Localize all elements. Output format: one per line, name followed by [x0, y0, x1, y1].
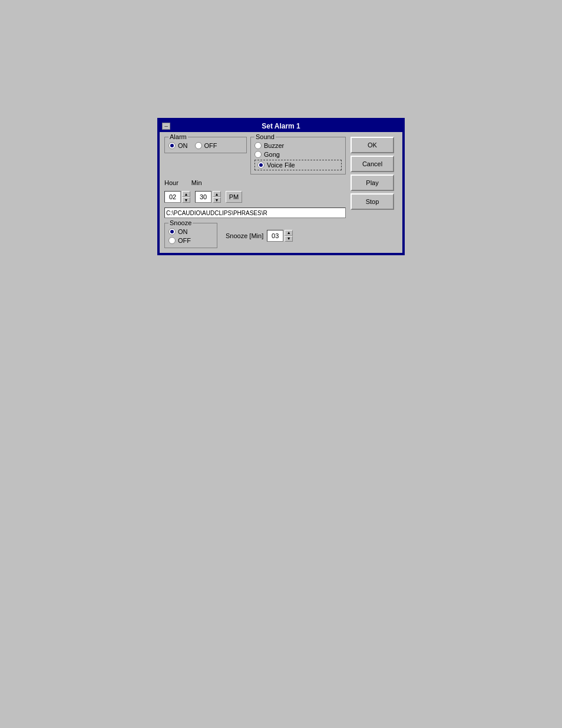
- voice-file-radio-inner: [259, 163, 263, 167]
- snooze-min-spinner: ▲ ▼: [267, 230, 293, 242]
- snooze-min-row: Snooze [Min] ▲ ▼: [226, 230, 293, 242]
- dialog-window: ─ Set Alarm 1 Alarm ON: [157, 118, 405, 255]
- dialog-body: Alarm ON OFF: [160, 132, 402, 253]
- snooze-min-down-button[interactable]: ▼: [285, 236, 293, 242]
- right-panel: OK Cancel Play Stop: [351, 137, 398, 248]
- dialog-title: Set Alarm 1: [170, 122, 392, 130]
- play-button[interactable]: Play: [351, 174, 394, 191]
- alarm-on-radio-inner: [170, 144, 174, 147]
- snooze-options: ON OFF: [168, 228, 213, 244]
- hour-down-button[interactable]: ▼: [182, 197, 190, 203]
- alarm-off-radio[interactable]: OFF: [195, 142, 217, 149]
- top-section: Alarm ON OFF: [164, 137, 346, 174]
- alarm-on-radio-outer: [168, 142, 176, 149]
- ok-button[interactable]: OK: [351, 137, 394, 153]
- snooze-off-radio-outer: [168, 237, 176, 244]
- gong-radio[interactable]: Gong: [254, 151, 342, 158]
- alarm-off-label: OFF: [204, 142, 217, 149]
- hour-spinner: ▲ ▼: [164, 191, 190, 203]
- snooze-off-radio[interactable]: OFF: [168, 237, 213, 244]
- title-bar: ─ Set Alarm 1: [160, 120, 402, 132]
- voice-file-radio[interactable]: Voice File: [254, 160, 342, 170]
- snooze-group: Snooze ON OFF: [164, 223, 217, 248]
- hour-input[interactable]: [164, 191, 181, 203]
- min-spinner: ▲ ▼: [195, 191, 221, 203]
- file-path-input[interactable]: [164, 207, 346, 218]
- alarm-off-radio-inner: [197, 144, 200, 147]
- snooze-on-radio-outer: [168, 228, 176, 235]
- buzzer-radio-inner: [256, 144, 260, 147]
- system-menu-icon[interactable]: ─: [162, 123, 170, 130]
- gong-radio-outer: [254, 151, 262, 158]
- alarm-options-row: ON OFF: [168, 142, 243, 149]
- time-row: Hour Min: [164, 179, 346, 186]
- gong-label: Gong: [264, 151, 280, 158]
- sound-group-label: Sound: [254, 133, 276, 140]
- snooze-on-radio[interactable]: ON: [168, 228, 213, 235]
- snooze-group-label: Snooze: [168, 219, 193, 226]
- file-path-row: [164, 207, 346, 218]
- snooze-off-radio-inner: [170, 239, 174, 242]
- sound-group: Sound Buzzer Gong: [250, 137, 346, 174]
- pm-button[interactable]: PM: [226, 191, 242, 203]
- buzzer-radio[interactable]: Buzzer: [254, 142, 342, 149]
- alarm-on-radio[interactable]: ON: [168, 142, 188, 149]
- min-down-button[interactable]: ▼: [213, 197, 221, 203]
- voice-file-label: Voice File: [267, 162, 295, 169]
- min-input[interactable]: [195, 191, 211, 203]
- hour-label: Hour: [164, 179, 178, 186]
- alarm-on-label: ON: [178, 142, 188, 149]
- left-panel: Alarm ON OFF: [164, 137, 346, 248]
- alarm-group: Alarm ON OFF: [164, 137, 247, 153]
- snooze-on-label: ON: [178, 228, 188, 235]
- stop-button[interactable]: Stop: [351, 193, 394, 210]
- snooze-min-up-button[interactable]: ▲: [285, 230, 293, 236]
- time-inputs-row: ▲ ▼ ▲ ▼ PM: [164, 191, 346, 203]
- snooze-on-radio-inner: [170, 230, 174, 233]
- hour-spinner-buttons: ▲ ▼: [182, 191, 190, 203]
- voice-file-radio-outer: [257, 162, 265, 169]
- gong-radio-inner: [256, 153, 260, 156]
- snooze-off-label: OFF: [178, 237, 191, 244]
- snooze-min-spinner-buttons: ▲ ▼: [285, 230, 293, 242]
- snooze-min-input[interactable]: [267, 230, 283, 242]
- cancel-button[interactable]: Cancel: [351, 156, 394, 172]
- sound-options: Buzzer Gong Voice File: [254, 142, 342, 170]
- hour-up-button[interactable]: ▲: [182, 191, 190, 197]
- buzzer-radio-outer: [254, 142, 262, 149]
- alarm-group-label: Alarm: [168, 133, 188, 140]
- bottom-left-section: Snooze ON OFF: [164, 223, 346, 248]
- min-up-button[interactable]: ▲: [213, 191, 221, 197]
- buzzer-label: Buzzer: [264, 142, 284, 149]
- min-label: Min: [191, 179, 202, 186]
- alarm-off-radio-outer: [195, 142, 202, 149]
- min-spinner-buttons: ▲ ▼: [213, 191, 221, 203]
- snooze-min-label: Snooze [Min]: [226, 232, 263, 239]
